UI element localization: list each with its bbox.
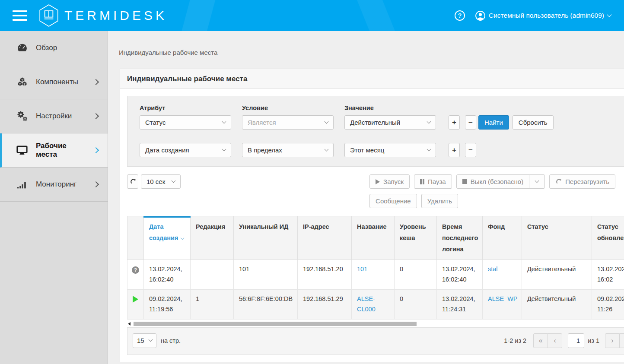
column-date-created-label: Дата создания (149, 223, 178, 241)
reset-button[interactable]: Сбросить (513, 115, 554, 130)
column-unique-id[interactable]: Уникальный ИД (234, 216, 298, 260)
column-last-login-time[interactable]: Время последнего логина (437, 216, 483, 260)
message-button[interactable]: Сообщение (369, 194, 417, 208)
workplaces-card: Индивидуальные рабочие места Атрибут Ста… (120, 69, 624, 362)
gears-icon (16, 111, 29, 122)
table-row[interactable]: 09.02.2024, 11:19:56 1 56:6F:8F:6E:00:DB… (127, 290, 624, 320)
next-page-button[interactable]: › (605, 333, 620, 348)
total-pages-label: из 1 (588, 337, 599, 344)
first-page-button[interactable]: « (533, 333, 548, 348)
cell-ip-address: 192.168.51.20 (298, 260, 352, 290)
cell-update-status: 09.02.2024, 11:26 (592, 290, 624, 320)
condition-select-2[interactable]: В пределах (242, 143, 334, 157)
start-button[interactable]: Запуск (369, 174, 410, 189)
attribute-select[interactable]: Статус (140, 115, 231, 130)
user-avatar-icon (475, 11, 485, 21)
table-toolbar: 10 сек Запуск Пауза (127, 174, 624, 208)
remove-filter-button[interactable]: − (465, 115, 476, 130)
delete-button[interactable]: Удалить (421, 194, 458, 208)
workplace-link[interactable]: 101 (357, 266, 367, 272)
sidebar-item-settings[interactable]: Настройки (0, 99, 108, 133)
last-page-button[interactable]: » (619, 333, 624, 348)
previous-page-button[interactable]: ‹ (548, 333, 562, 348)
refresh-button[interactable] (127, 174, 138, 189)
dashboard-icon (16, 42, 29, 54)
column-update-status[interactable]: Статус обновления (592, 216, 624, 260)
condition-select[interactable]: Является (242, 115, 334, 130)
pause-icon (420, 179, 422, 184)
chevron-down-icon (325, 147, 329, 152)
power-off-safe-button[interactable]: Выкл (безопасно) (456, 174, 530, 189)
delete-button-label: Удалить (427, 197, 452, 205)
sidebar-item-workplaces[interactable]: Рабочие места (0, 133, 108, 168)
column-edition[interactable]: Редакция (191, 216, 234, 260)
find-button[interactable]: Найти (478, 115, 509, 130)
chevron-right-icon (93, 79, 99, 85)
attribute-select-2[interactable]: Дата создания (140, 143, 231, 157)
condition-select-value: Является (248, 119, 276, 126)
question-status-icon (132, 266, 139, 274)
column-status[interactable]: Статус (522, 216, 592, 260)
sidebar-item-overview[interactable]: Обзор (0, 31, 108, 65)
refresh-interval-value: 10 сек (146, 178, 165, 185)
sidebar-item-monitoring[interactable]: Мониторинг (0, 168, 108, 202)
refresh-interval-select[interactable]: 10 сек (141, 174, 181, 189)
value-select-2[interactable]: Этот месяц (344, 143, 436, 157)
cell-unique-id: 56:6F:8F:6E:00:DB (234, 290, 298, 320)
brand-name: TERMIDESK (64, 8, 167, 23)
cell-fund: stal (483, 260, 522, 290)
value-select-value: Действительный (350, 119, 400, 126)
sidebar: Обзор Компоненты Настройки (0, 31, 108, 364)
workplace-link[interactable]: ALSE-CL000 (357, 295, 376, 313)
fund-link[interactable]: stal (488, 266, 498, 272)
chevron-right-icon (93, 181, 99, 187)
cell-unique-id: 101 (234, 260, 298, 290)
sidebar-item-label: Рабочие места (36, 142, 86, 159)
scrollbar-thumb[interactable] (134, 322, 417, 326)
page-number-input[interactable] (568, 333, 584, 348)
attribute-select-2-value: Дата создания (145, 146, 189, 154)
brand-logo[interactable]: TERMIDESK (39, 4, 167, 27)
chevron-down-icon (427, 120, 431, 124)
column-name[interactable]: Название (352, 216, 395, 260)
cell-cache-level: 0 (395, 290, 437, 320)
hamburger-menu-icon[interactable] (12, 6, 28, 25)
power-off-options-button[interactable] (529, 174, 545, 189)
attribute-select-value: Статус (145, 119, 166, 126)
table-row[interactable]: 13.02.2024, 16:02:40 101 192.168.51.20 1… (127, 260, 624, 290)
sidebar-item-components[interactable]: Компоненты (0, 65, 108, 99)
cell-status: Действительный (522, 260, 592, 290)
sidebar-item-label: Мониторинг (36, 180, 86, 189)
column-cache-level[interactable]: Уровень кеша (395, 216, 437, 260)
running-status-icon (133, 296, 138, 303)
add-filter-button[interactable]: + (449, 115, 460, 130)
user-menu[interactable]: Системный пользователь (admin609) (475, 11, 611, 21)
remove-filter-button-2[interactable]: − (465, 143, 476, 157)
cell-last-login-time: 13.02.2024, 16:02:40 (437, 260, 483, 290)
cell-last-login-time: 13.02.2024, 11:24:31 (437, 290, 483, 320)
horizontal-scrollbar[interactable] (127, 320, 624, 327)
cell-ip-address: 192.168.51.29 (298, 290, 352, 320)
brand-hexagon-icon (39, 4, 59, 27)
top-header: TERMIDESK ? Системный пользователь (admi… (0, 0, 624, 31)
sidebar-item-label: Обзор (36, 44, 98, 52)
help-icon[interactable]: ? (455, 10, 465, 21)
fund-link[interactable]: ALSE_WP (488, 295, 518, 302)
column-fund[interactable]: Фонд (483, 216, 522, 260)
scroll-left-icon[interactable] (128, 322, 131, 326)
workplaces-table: Дата создания Редакция Уникальный ИД IP-… (127, 216, 624, 320)
sidebar-item-label: Настройки (36, 112, 86, 120)
attribute-label: Атрибут (140, 104, 231, 111)
page-size-select[interactable]: 15 (133, 333, 156, 348)
column-date-created[interactable]: Дата создания (144, 216, 191, 260)
refresh-icon (130, 178, 136, 185)
chevron-down-icon (222, 147, 226, 152)
reboot-button[interactable]: Перезагрузить (549, 174, 615, 189)
add-filter-button-2[interactable]: + (449, 143, 460, 157)
per-page-label: на стр. (161, 337, 181, 344)
value-select[interactable]: Действительный (344, 115, 436, 130)
message-button-label: Сообщение (376, 197, 411, 205)
column-ip-address[interactable]: IP-адрес (298, 216, 352, 260)
chevron-down-icon (607, 12, 611, 17)
pause-button[interactable]: Пауза (414, 174, 452, 189)
